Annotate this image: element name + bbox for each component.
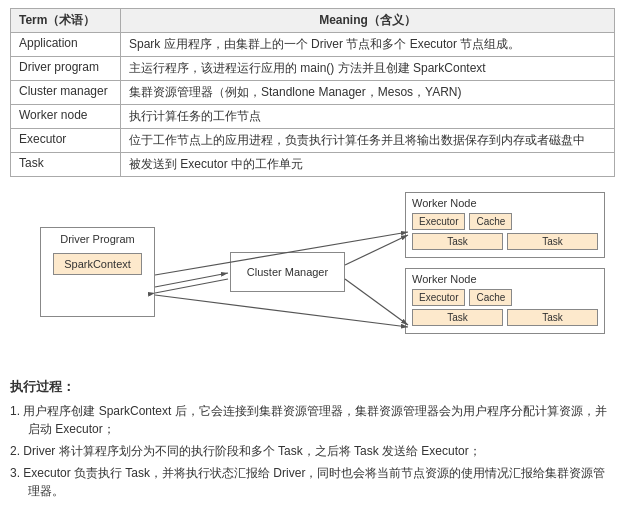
worker-node-2-cache: Cache — [469, 289, 512, 306]
execution-title: 执行过程： — [10, 378, 615, 396]
cell-meaning: 被发送到 Executor 中的工作单元 — [121, 153, 615, 177]
worker-node-2-top-row: Executor Cache — [412, 289, 598, 306]
cell-term: Application — [11, 33, 121, 57]
worker-node-2-task1: Task — [412, 309, 503, 326]
execution-step: 3. Executor 负责执行 Task，并将执行状态汇报给 Driver，同… — [10, 464, 615, 500]
cell-meaning: 主运行程序，该进程运行应用的 main() 方法并且创建 SparkContex… — [121, 57, 615, 81]
table-row: ApplicationSpark 应用程序，由集群上的一个 Driver 节点和… — [11, 33, 615, 57]
cell-term: Driver program — [11, 57, 121, 81]
cell-term: Executor — [11, 129, 121, 153]
worker-node-2-task-row: Task Task — [412, 309, 598, 326]
col-term: Term（术语） — [11, 9, 121, 33]
worker-node-1-cache: Cache — [469, 213, 512, 230]
worker-node-1-task1: Task — [412, 233, 503, 250]
driver-program-label: Driver Program — [60, 233, 135, 245]
worker-node-1-box: Worker Node Executor Cache Task Task — [405, 192, 605, 258]
col-meaning: Meaning（含义） — [121, 9, 615, 33]
cell-meaning: Spark 应用程序，由集群上的一个 Driver 节点和多个 Executor… — [121, 33, 615, 57]
worker-node-2-title: Worker Node — [412, 273, 598, 285]
worker-node-1-title: Worker Node — [412, 197, 598, 209]
driver-program-box: Driver Program SparkContext — [40, 227, 155, 317]
worker-node-2-executor: Executor — [412, 289, 465, 306]
cell-term: Cluster manager — [11, 81, 121, 105]
cell-term: Task — [11, 153, 121, 177]
table-row: Task被发送到 Executor 中的工作单元 — [11, 153, 615, 177]
svg-line-5 — [155, 295, 408, 327]
table-row: Executor位于工作节点上的应用进程，负责执行计算任务并且将输出数据保存到内… — [11, 129, 615, 153]
svg-line-6 — [345, 235, 408, 265]
worker-node-1-executor: Executor — [412, 213, 465, 230]
svg-line-2 — [155, 273, 228, 287]
worker-node-1-top-row: Executor Cache — [412, 213, 598, 230]
spark-context-box: SparkContext — [53, 253, 142, 275]
svg-line-3 — [155, 279, 228, 293]
diagram-section: Driver Program SparkContext Cluster Mana… — [0, 177, 625, 372]
cell-meaning: 集群资源管理器（例如，Standlone Manager，Mesos，YARN) — [121, 81, 615, 105]
execution-step: 2. Driver 将计算程序划分为不同的执行阶段和多个 Task，之后将 Ta… — [10, 442, 615, 460]
cell-meaning: 执行计算任务的工作节点 — [121, 105, 615, 129]
worker-node-2-task2: Task — [507, 309, 598, 326]
worker-node-2-box: Worker Node Executor Cache Task Task — [405, 268, 605, 334]
cell-meaning: 位于工作节点上的应用进程，负责执行计算任务并且将输出数据保存到内存或者磁盘中 — [121, 129, 615, 153]
worker-node-1-task-row: Task Task — [412, 233, 598, 250]
table-section: Term（术语） Meaning（含义） ApplicationSpark 应用… — [0, 0, 625, 177]
table-row: Worker node执行计算任务的工作节点 — [11, 105, 615, 129]
execution-section: 执行过程： 1. 用户程序创建 SparkContext 后，它会连接到集群资源… — [0, 372, 625, 510]
diagram-container: Driver Program SparkContext Cluster Mana… — [10, 187, 615, 372]
cell-term: Worker node — [11, 105, 121, 129]
cluster-manager-box: Cluster Manager — [230, 252, 345, 292]
svg-line-7 — [345, 279, 408, 325]
worker-section: Worker Node Executor Cache Task Task Wor… — [405, 192, 605, 344]
terms-table: Term（术语） Meaning（含义） ApplicationSpark 应用… — [10, 8, 615, 177]
execution-step: 1. 用户程序创建 SparkContext 后，它会连接到集群资源管理器，集群… — [10, 402, 615, 438]
table-row: Driver program主运行程序，该进程运行应用的 main() 方法并且… — [11, 57, 615, 81]
execution-list: 1. 用户程序创建 SparkContext 后，它会连接到集群资源管理器，集群… — [10, 402, 615, 500]
table-row: Cluster manager集群资源管理器（例如，Standlone Mana… — [11, 81, 615, 105]
worker-node-1-task2: Task — [507, 233, 598, 250]
